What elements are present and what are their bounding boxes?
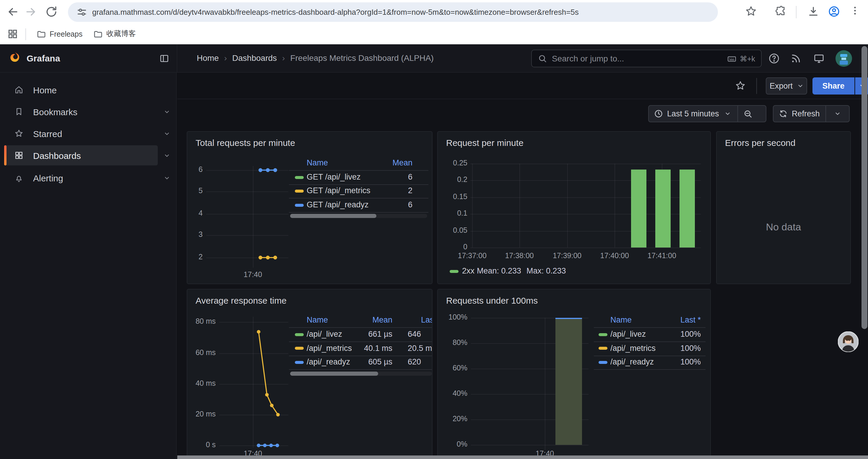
series-value: 100%: [648, 357, 701, 366]
chart-bar-2xx[interactable]: [631, 169, 646, 248]
series-name[interactable]: GET /api/_livez: [307, 172, 361, 182]
panel-title[interactable]: Requests under 100ms: [446, 295, 538, 305]
series-value: 620: [408, 357, 421, 366]
panel-title[interactable]: Errors per second: [725, 138, 795, 148]
series-color-swatch[interactable]: [295, 347, 304, 350]
search-input[interactable]: Search or jump to... ⌘+k: [531, 50, 762, 67]
series-color-swatch[interactable]: [598, 333, 608, 336]
url-text: grafana.mathmast.com/d/deytv4rwavabkb/fr…: [92, 7, 579, 16]
panel-average-response-time[interactable]: Average response time 80 ms60 ms40 ms20 …: [187, 289, 433, 459]
zoom-out-icon[interactable]: [743, 109, 753, 119]
page-vertical-scrollbar[interactable]: [861, 44, 867, 459]
series-value: 605 µs: [339, 357, 392, 366]
scrollbar-thumb[interactable]: [861, 46, 867, 329]
chart-bar-stacked[interactable]: [556, 318, 582, 445]
legend-column-header[interactable]: Mean: [339, 316, 392, 324]
breadcrumb-current: Freeleaps Metrics Dashboard (ALPHA): [290, 53, 434, 63]
legend-scrollbar-thumb[interactable]: [290, 214, 376, 218]
legend-column-header[interactable]: Last *: [388, 316, 433, 324]
legend-column-header[interactable]: Name: [307, 158, 328, 167]
series-value: 40.1 ms: [339, 343, 392, 352]
address-bar[interactable]: grafana.mathmast.com/d/deytv4rwavabkb/fr…: [68, 2, 718, 22]
sidebar-item-bookmarks[interactable]: Bookmarks: [4, 102, 158, 122]
series-color-swatch[interactable]: [295, 333, 304, 336]
menu-kebab-icon[interactable]: [850, 5, 860, 18]
news-rss-icon[interactable]: [790, 53, 802, 64]
series-color-swatch[interactable]: [295, 176, 304, 179]
y-axis-tick: 0.15: [441, 193, 467, 201]
bookmarks-bar: Freeleaps 收藏博客: [0, 24, 868, 44]
series-point: [266, 256, 270, 260]
panel-requests-under-100ms[interactable]: Requests under 100ms 100%80%60%40%20%0%1…: [437, 289, 711, 459]
sidebar-item-label: Home: [33, 85, 57, 95]
y-axis-tick: 0: [441, 243, 467, 251]
export-button[interactable]: Export: [766, 77, 807, 95]
series-color-swatch[interactable]: [295, 189, 304, 192]
reload-icon[interactable]: [45, 5, 58, 18]
series-value: 6: [359, 200, 412, 209]
series-color-swatch[interactable]: [598, 347, 608, 350]
panel-request-per-minute[interactable]: Request per minute 0.250.20.150.10.05017…: [437, 131, 711, 284]
legend-scrollbar-thumb[interactable]: [290, 371, 378, 376]
series-color-swatch[interactable]: [295, 203, 304, 206]
grafana-brand: Grafana: [27, 53, 60, 63]
series-color-swatch[interactable]: [295, 361, 304, 364]
floating-assistant-avatar[interactable]: [838, 331, 859, 352]
sidebar-item-starred[interactable]: Starred: [4, 124, 158, 143]
bookmark-folder-freeleaps[interactable]: Freeleaps: [33, 27, 86, 41]
gridline: [615, 164, 615, 248]
sidebar-item-dashboards[interactable]: Dashboards: [4, 145, 158, 165]
series-name[interactable]: 2xx: [462, 266, 474, 275]
bookmark-star-icon[interactable]: [745, 5, 757, 17]
site-settings-icon[interactable]: [76, 6, 88, 18]
gridline: [470, 248, 701, 248]
legend-column-header[interactable]: Name: [307, 316, 328, 324]
series-color-swatch[interactable]: [598, 361, 608, 364]
series-name[interactable]: /api/_livez: [610, 330, 646, 338]
kiosk-monitor-icon[interactable]: [813, 53, 825, 64]
time-range-picker[interactable]: Last 5 minutes: [648, 105, 766, 122]
bookmark-folder-blogs[interactable]: 收藏博客: [90, 27, 140, 41]
breadcrumb-dashboards[interactable]: Dashboards: [232, 53, 277, 63]
panel-total-requests-per-minute[interactable]: Total requests per minute 6543217:40Name…: [187, 131, 433, 284]
panel-title[interactable]: Request per minute: [446, 138, 524, 148]
bell-icon: [14, 173, 24, 183]
profile-icon[interactable]: [828, 5, 840, 18]
sidebar-toggle-icon[interactable]: [159, 53, 169, 64]
download-icon[interactable]: [807, 5, 819, 18]
y-axis-tick: 80%: [440, 338, 467, 347]
apps-grid-icon[interactable]: [7, 28, 18, 40]
legend-column-header[interactable]: Name: [610, 316, 632, 324]
sidebar-item-alerting[interactable]: Alerting: [4, 168, 158, 188]
user-avatar[interactable]: [836, 50, 852, 67]
grafana-logo[interactable]: [8, 51, 23, 66]
breadcrumb-home[interactable]: Home: [197, 53, 219, 63]
legend-column-header[interactable]: Mean: [359, 158, 412, 167]
panel-errors-per-second[interactable]: Errors per second No data: [716, 131, 851, 284]
series-name[interactable]: /api/_livez: [307, 330, 342, 338]
chevron-down-icon[interactable]: [164, 153, 170, 159]
y-axis-tick: 0.05: [441, 226, 467, 234]
chevron-down-icon: [797, 83, 803, 89]
page-horizontal-scrollbar[interactable]: [177, 455, 868, 459]
clock-icon: [654, 109, 663, 118]
y-axis-tick: 40%: [440, 389, 467, 398]
favorite-star-icon[interactable]: [735, 80, 746, 91]
chart-bar-2xx[interactable]: [679, 169, 694, 248]
legend-column-header[interactable]: Last *: [648, 316, 701, 324]
gridline: [289, 170, 428, 170]
gridline: [470, 164, 701, 164]
chevron-down-icon[interactable]: [164, 131, 170, 137]
refresh-button[interactable]: Refresh: [773, 105, 850, 122]
chart-bar-2xx[interactable]: [655, 169, 670, 248]
share-button[interactable]: Share: [812, 77, 855, 95]
chevron-down-icon[interactable]: [164, 175, 170, 182]
help-icon[interactable]: [768, 53, 780, 64]
back-icon[interactable]: [6, 5, 20, 18]
chevron-down-icon[interactable]: [164, 109, 170, 115]
extensions-icon[interactable]: [775, 5, 787, 17]
series-point: [258, 256, 262, 260]
series-color-swatch[interactable]: [450, 270, 459, 273]
forward-icon[interactable]: [24, 5, 37, 18]
sidebar-item-home[interactable]: Home: [4, 80, 158, 100]
